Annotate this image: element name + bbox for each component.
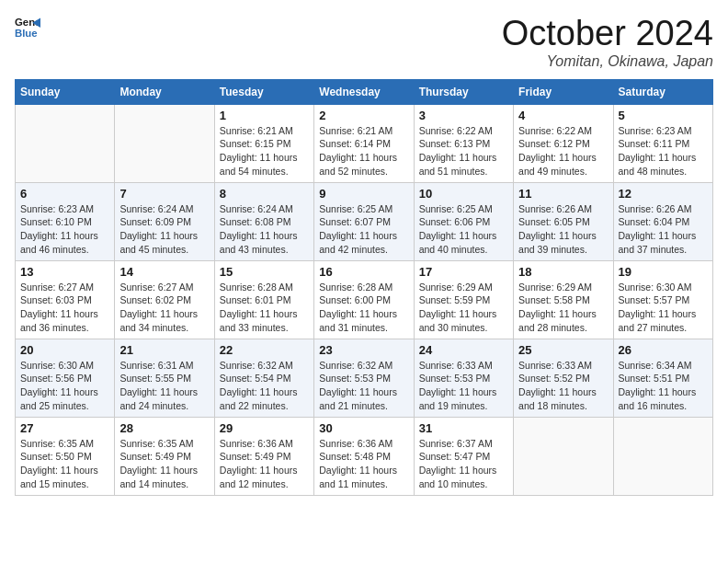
day-info: Sunrise: 6:25 AM Sunset: 6:07 PM Dayligh… (319, 202, 408, 257)
calendar-cell: 17Sunrise: 6:29 AM Sunset: 5:59 PM Dayli… (414, 260, 513, 339)
day-number: 2 (319, 109, 408, 122)
calendar-cell: 9Sunrise: 6:25 AM Sunset: 6:07 PM Daylig… (314, 182, 414, 260)
calendar-cell: 1Sunrise: 6:21 AM Sunset: 6:15 PM Daylig… (214, 104, 313, 182)
day-info: Sunrise: 6:37 AM Sunset: 5:47 PM Dayligh… (419, 437, 508, 491)
calendar-cell: 3Sunrise: 6:22 AM Sunset: 6:13 PM Daylig… (414, 104, 513, 182)
calendar-cell (115, 104, 214, 182)
day-info: Sunrise: 6:22 AM Sunset: 6:13 PM Dayligh… (419, 124, 508, 178)
day-number: 20 (20, 343, 109, 357)
calendar-cell: 7Sunrise: 6:24 AM Sunset: 6:09 PM Daylig… (115, 182, 214, 260)
day-info: Sunrise: 6:21 AM Sunset: 6:14 PM Dayligh… (319, 124, 408, 178)
day-number: 7 (119, 187, 209, 201)
day-number: 28 (119, 421, 209, 435)
day-number: 9 (319, 187, 408, 201)
calendar-cell: 24Sunrise: 6:33 AM Sunset: 5:53 PM Dayli… (414, 339, 513, 417)
day-number: 14 (119, 265, 209, 279)
day-number: 25 (518, 343, 608, 357)
day-info: Sunrise: 6:28 AM Sunset: 6:01 PM Dayligh… (220, 281, 309, 335)
calendar-cell: 18Sunrise: 6:29 AM Sunset: 5:58 PM Dayli… (514, 260, 613, 339)
day-number: 11 (518, 187, 608, 201)
day-info: Sunrise: 6:21 AM Sunset: 6:15 PM Dayligh… (220, 124, 309, 178)
day-info: Sunrise: 6:24 AM Sunset: 6:09 PM Dayligh… (119, 202, 209, 257)
day-info: Sunrise: 6:32 AM Sunset: 5:53 PM Dayligh… (319, 359, 408, 413)
calendar-week-row: 27Sunrise: 6:35 AM Sunset: 5:50 PM Dayli… (16, 417, 713, 495)
calendar-cell: 11Sunrise: 6:26 AM Sunset: 6:05 PM Dayli… (514, 182, 613, 260)
day-info: Sunrise: 6:36 AM Sunset: 5:48 PM Dayligh… (319, 437, 408, 491)
weekday-header-thursday: Thursday (414, 79, 513, 104)
day-number: 6 (20, 187, 109, 201)
calendar-cell: 12Sunrise: 6:26 AM Sunset: 6:04 PM Dayli… (613, 182, 712, 260)
logo: General Blue (15, 15, 40, 40)
calendar-cell: 28Sunrise: 6:35 AM Sunset: 5:49 PM Dayli… (115, 417, 214, 495)
month-title: October 2024 (502, 15, 713, 53)
day-info: Sunrise: 6:23 AM Sunset: 6:10 PM Dayligh… (20, 202, 109, 257)
day-number: 30 (319, 421, 408, 435)
day-number: 17 (419, 265, 508, 279)
calendar-cell: 22Sunrise: 6:32 AM Sunset: 5:54 PM Dayli… (214, 339, 313, 417)
weekday-header-monday: Monday (115, 79, 214, 104)
day-info: Sunrise: 6:36 AM Sunset: 5:49 PM Dayligh… (220, 437, 309, 491)
day-number: 3 (419, 109, 508, 122)
weekday-header-row: SundayMondayTuesdayWednesdayThursdayFrid… (16, 79, 713, 104)
calendar-cell: 15Sunrise: 6:28 AM Sunset: 6:01 PM Dayli… (214, 260, 313, 339)
calendar-cell: 16Sunrise: 6:28 AM Sunset: 6:00 PM Dayli… (314, 260, 414, 339)
day-info: Sunrise: 6:35 AM Sunset: 5:50 PM Dayligh… (20, 437, 109, 491)
day-info: Sunrise: 6:25 AM Sunset: 6:06 PM Dayligh… (419, 202, 508, 257)
calendar-cell: 25Sunrise: 6:33 AM Sunset: 5:52 PM Dayli… (514, 339, 613, 417)
logo-icon: General Blue (15, 15, 40, 40)
weekday-header-wednesday: Wednesday (314, 79, 414, 104)
day-number: 27 (20, 421, 109, 435)
calendar-cell: 10Sunrise: 6:25 AM Sunset: 6:06 PM Dayli… (414, 182, 513, 260)
weekday-header-tuesday: Tuesday (214, 79, 313, 104)
calendar-cell: 6Sunrise: 6:23 AM Sunset: 6:10 PM Daylig… (16, 182, 115, 260)
calendar-cell: 29Sunrise: 6:36 AM Sunset: 5:49 PM Dayli… (214, 417, 313, 495)
calendar-cell: 30Sunrise: 6:36 AM Sunset: 5:48 PM Dayli… (314, 417, 414, 495)
calendar-cell: 13Sunrise: 6:27 AM Sunset: 6:03 PM Dayli… (16, 260, 115, 339)
calendar-cell: 23Sunrise: 6:32 AM Sunset: 5:53 PM Dayli… (314, 339, 414, 417)
day-info: Sunrise: 6:26 AM Sunset: 6:05 PM Dayligh… (518, 202, 608, 257)
calendar-cell: 20Sunrise: 6:30 AM Sunset: 5:56 PM Dayli… (16, 339, 115, 417)
day-number: 5 (619, 109, 708, 122)
day-info: Sunrise: 6:30 AM Sunset: 5:57 PM Dayligh… (619, 281, 708, 335)
calendar-week-row: 1Sunrise: 6:21 AM Sunset: 6:15 PM Daylig… (16, 104, 713, 182)
day-info: Sunrise: 6:31 AM Sunset: 5:55 PM Dayligh… (119, 359, 209, 413)
day-info: Sunrise: 6:24 AM Sunset: 6:08 PM Dayligh… (220, 202, 309, 257)
day-number: 1 (220, 109, 309, 122)
calendar-cell: 5Sunrise: 6:23 AM Sunset: 6:11 PM Daylig… (613, 104, 712, 182)
day-info: Sunrise: 6:28 AM Sunset: 6:00 PM Dayligh… (319, 281, 408, 335)
day-number: 8 (220, 187, 309, 201)
calendar-cell: 19Sunrise: 6:30 AM Sunset: 5:57 PM Dayli… (613, 260, 712, 339)
calendar-table: SundayMondayTuesdayWednesdayThursdayFrid… (15, 79, 713, 496)
svg-text:Blue: Blue (15, 28, 38, 39)
day-number: 24 (419, 343, 508, 357)
day-info: Sunrise: 6:32 AM Sunset: 5:54 PM Dayligh… (220, 359, 309, 413)
weekday-header-sunday: Sunday (16, 79, 115, 104)
calendar-cell: 26Sunrise: 6:34 AM Sunset: 5:51 PM Dayli… (613, 339, 712, 417)
calendar-week-row: 20Sunrise: 6:30 AM Sunset: 5:56 PM Dayli… (16, 339, 713, 417)
weekday-header-friday: Friday (514, 79, 613, 104)
day-info: Sunrise: 6:34 AM Sunset: 5:51 PM Dayligh… (619, 359, 708, 413)
day-number: 16 (319, 265, 408, 279)
calendar-week-row: 13Sunrise: 6:27 AM Sunset: 6:03 PM Dayli… (16, 260, 713, 339)
day-number: 29 (220, 421, 309, 435)
day-info: Sunrise: 6:33 AM Sunset: 5:53 PM Dayligh… (419, 359, 508, 413)
day-number: 13 (20, 265, 109, 279)
day-info: Sunrise: 6:27 AM Sunset: 6:03 PM Dayligh… (20, 281, 109, 335)
day-info: Sunrise: 6:29 AM Sunset: 5:58 PM Dayligh… (518, 281, 608, 335)
day-number: 21 (119, 343, 209, 357)
calendar-cell: 21Sunrise: 6:31 AM Sunset: 5:55 PM Dayli… (115, 339, 214, 417)
day-number: 31 (419, 421, 508, 435)
day-info: Sunrise: 6:33 AM Sunset: 5:52 PM Dayligh… (518, 359, 608, 413)
day-number: 23 (319, 343, 408, 357)
calendar-cell: 8Sunrise: 6:24 AM Sunset: 6:08 PM Daylig… (214, 182, 313, 260)
location-title: Yomitan, Okinawa, Japan (502, 53, 713, 70)
day-number: 26 (619, 343, 708, 357)
day-info: Sunrise: 6:22 AM Sunset: 6:12 PM Dayligh… (518, 124, 608, 178)
day-info: Sunrise: 6:29 AM Sunset: 5:59 PM Dayligh… (419, 281, 508, 335)
day-number: 12 (619, 187, 708, 201)
calendar-cell: 4Sunrise: 6:22 AM Sunset: 6:12 PM Daylig… (514, 104, 613, 182)
calendar-cell (16, 104, 115, 182)
day-number: 19 (619, 265, 708, 279)
day-number: 15 (220, 265, 309, 279)
calendar-week-row: 6Sunrise: 6:23 AM Sunset: 6:10 PM Daylig… (16, 182, 713, 260)
